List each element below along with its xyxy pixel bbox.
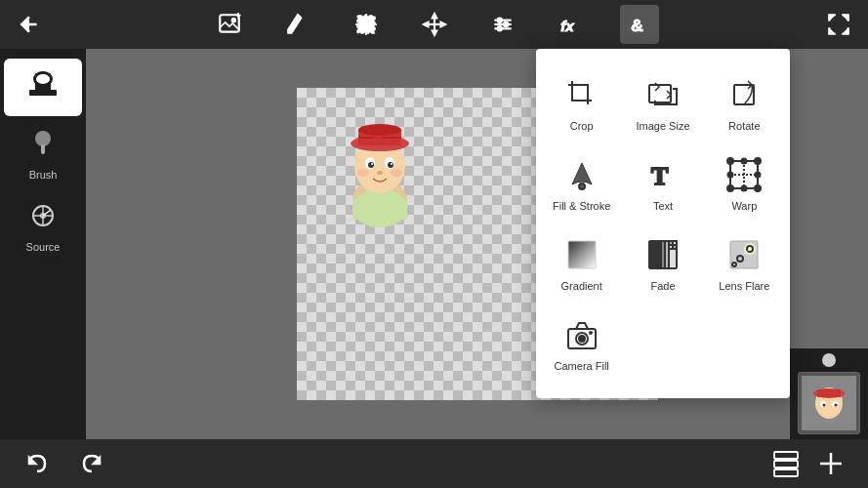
redo-button[interactable] bbox=[74, 446, 109, 481]
menu-item-lens-flare[interactable]: Lens Flare bbox=[704, 224, 785, 304]
gradient-label: Gradient bbox=[561, 280, 602, 292]
menu-item-text[interactable]: T Text bbox=[622, 143, 703, 224]
toolbar-right bbox=[819, 5, 858, 44]
crop-icon bbox=[562, 75, 601, 114]
svg-marker-14 bbox=[440, 22, 444, 26]
menu-grid: Crop Image Size Rotate bbox=[536, 59, 790, 388]
blend-button[interactable]: & bbox=[620, 5, 659, 44]
svg-point-80 bbox=[737, 256, 743, 262]
menu-item-crop[interactable]: Crop bbox=[541, 63, 622, 143]
stamp-tool[interactable] bbox=[4, 59, 82, 116]
svg-rect-97 bbox=[774, 461, 798, 468]
svg-point-55 bbox=[579, 183, 585, 189]
menu-item-rotate[interactable]: Rotate bbox=[704, 63, 785, 143]
source-tool[interactable]: Source bbox=[4, 193, 82, 261]
image-size-label: Image Size bbox=[636, 120, 689, 132]
menu-item-warp[interactable]: Warp bbox=[704, 143, 785, 224]
svg-point-49 bbox=[391, 163, 393, 165]
gradient-icon bbox=[562, 235, 601, 274]
svg-point-92 bbox=[823, 404, 826, 407]
add-image-button[interactable]: + bbox=[210, 5, 249, 44]
lens-flare-icon bbox=[724, 235, 764, 274]
svg-rect-76 bbox=[673, 245, 677, 249]
svg-text:fx: fx bbox=[560, 18, 574, 34]
svg-marker-95 bbox=[94, 458, 100, 464]
left-sidebar: Brush Source bbox=[0, 49, 86, 439]
svg-marker-12 bbox=[432, 31, 435, 35]
menu-item-gradient[interactable]: Gradient bbox=[541, 224, 622, 304]
svg-point-84 bbox=[579, 336, 585, 342]
text-label: Text bbox=[653, 200, 673, 212]
svg-point-42 bbox=[358, 124, 401, 136]
layers-button[interactable] bbox=[768, 446, 804, 481]
effects-button[interactable]: fx bbox=[552, 5, 591, 44]
thumbnail-panel bbox=[790, 348, 868, 439]
thumbnail-image[interactable] bbox=[798, 372, 860, 434]
svg-point-48 bbox=[371, 163, 373, 165]
brush-icon bbox=[28, 129, 58, 165]
lens-flare-label: Lens Flare bbox=[719, 280, 769, 292]
source-label: Source bbox=[26, 241, 61, 253]
svg-text:+: + bbox=[235, 12, 240, 20]
menu-item-camera-fill[interactable]: Camera Fill bbox=[541, 304, 622, 384]
brush-tool[interactable]: Brush bbox=[4, 121, 82, 188]
canvas-image bbox=[326, 102, 434, 229]
svg-point-19 bbox=[504, 22, 508, 26]
selection-button[interactable] bbox=[347, 5, 386, 44]
svg-rect-28 bbox=[41, 144, 45, 154]
svg-point-85 bbox=[589, 331, 593, 335]
svg-point-47 bbox=[388, 162, 393, 168]
svg-rect-68 bbox=[568, 241, 596, 268]
svg-text:T: T bbox=[651, 162, 668, 190]
svg-point-81 bbox=[732, 263, 736, 266]
back-button[interactable] bbox=[10, 5, 49, 44]
warp-label: Warp bbox=[731, 200, 757, 212]
fade-icon bbox=[643, 235, 682, 274]
svg-marker-13 bbox=[424, 22, 428, 26]
bottom-right bbox=[768, 446, 848, 481]
svg-point-51 bbox=[357, 169, 369, 177]
toolbar-center: + bbox=[210, 5, 659, 44]
menu-item-image-size[interactable]: Image Size bbox=[622, 63, 703, 143]
stamp-icon bbox=[25, 66, 61, 108]
svg-point-46 bbox=[368, 162, 374, 168]
svg-rect-89 bbox=[817, 389, 841, 397]
svg-point-58 bbox=[727, 158, 733, 164]
bottom-left bbox=[20, 446, 109, 481]
thumbnail-indicator bbox=[822, 353, 836, 367]
svg-rect-37 bbox=[352, 200, 407, 220]
svg-point-26 bbox=[36, 74, 50, 84]
fullscreen-button[interactable] bbox=[819, 5, 858, 44]
svg-point-60 bbox=[727, 185, 733, 191]
svg-point-65 bbox=[756, 173, 761, 178]
fill-stroke-label: Fill & Stroke bbox=[553, 200, 610, 212]
svg-point-50 bbox=[377, 171, 383, 175]
svg-rect-96 bbox=[774, 452, 798, 459]
svg-rect-98 bbox=[774, 469, 798, 476]
move-button[interactable] bbox=[415, 5, 454, 44]
bottom-toolbar bbox=[0, 439, 868, 488]
svg-point-52 bbox=[391, 169, 402, 177]
svg-rect-69 bbox=[649, 241, 661, 268]
svg-marker-94 bbox=[29, 458, 35, 464]
svg-point-18 bbox=[497, 19, 501, 22]
brush-label: Brush bbox=[29, 169, 58, 181]
undo-button[interactable] bbox=[20, 446, 55, 481]
svg-point-20 bbox=[497, 26, 501, 30]
adjust-button[interactable] bbox=[483, 5, 522, 44]
add-layer-button[interactable] bbox=[813, 446, 848, 481]
text-icon: T bbox=[643, 155, 682, 194]
menu-item-fade[interactable]: Fade bbox=[622, 224, 703, 304]
dropdown-menu: Crop Image Size Rotate bbox=[536, 49, 790, 398]
menu-item-fill-stroke[interactable]: Fill & Stroke bbox=[541, 143, 622, 224]
svg-point-93 bbox=[835, 404, 838, 407]
toolbar-left bbox=[10, 5, 49, 44]
warp-icon bbox=[724, 155, 764, 194]
fade-label: Fade bbox=[650, 280, 675, 292]
svg-text:&: & bbox=[631, 16, 643, 35]
svg-point-59 bbox=[755, 158, 761, 164]
camera-fill-label: Camera Fill bbox=[555, 360, 609, 372]
svg-point-27 bbox=[35, 131, 51, 146]
crop-label: Crop bbox=[570, 120, 594, 132]
draw-button[interactable] bbox=[278, 5, 317, 44]
